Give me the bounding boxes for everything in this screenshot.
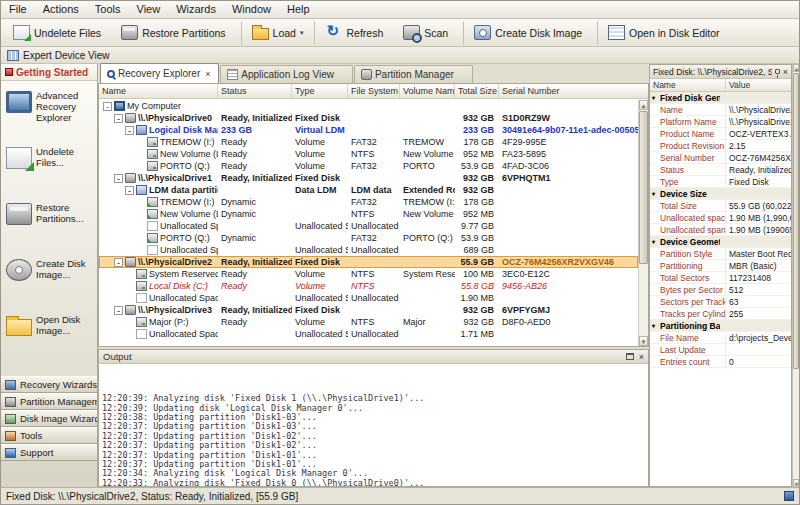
close-tab-icon[interactable]: × [205,69,212,79]
table-row[interactable]: - Logical Disk Manager 0 233 GB Virtual … [99,124,638,136]
menu-item[interactable]: Wizards [168,1,224,18]
column-header[interactable]: File System [348,84,400,98]
menu-item[interactable]: Help [279,1,318,18]
close-panel-icon[interactable]: × [639,352,644,362]
table-row[interactable]: Local Disk (C:) Ready Volume NTFS 55.8 G… [99,280,638,292]
property-row[interactable]: Name \\.\PhysicalDrive2 [650,104,791,116]
sidebar-header[interactable]: Getting Started [1,64,97,81]
table-row[interactable]: Unallocated Space Unallocated Space Unal… [99,292,638,304]
scroll-up-icon[interactable]: ▲ [639,100,648,110]
tab[interactable]: Partition Manager [354,65,473,83]
table-row[interactable]: Major (P:) Ready Volume NTFS Major 932 G… [99,316,638,328]
property-row[interactable]: Tracks per Cylinder 255 [650,308,791,320]
property-row[interactable]: Bytes per Sector 512 [650,284,791,296]
table-row[interactable]: Unallocated Space Unallocated Space Unal… [99,220,638,232]
property-row[interactable]: ▾ Device Size [650,188,791,200]
status-tray-icon[interactable] [784,491,794,501]
table-row[interactable]: - My Computer [99,100,638,112]
table-row[interactable]: New Volume (L:) Dynamic NTFS New Volume … [99,208,638,220]
column-header[interactable]: Value [726,79,791,91]
property-row[interactable]: Product Revision 2.15 [650,140,791,152]
table-row[interactable]: New Volume (L:) Ready Volume NTFS New Vo… [99,148,638,160]
float-panel-icon[interactable] [626,353,634,360]
table-row[interactable]: - \\.\PhysicalDrive1 Ready, Initialized … [99,172,638,184]
table-row[interactable]: PORTO (Q:) Dynamic FAT32 PORTO (Q:) 53.9… [99,232,638,244]
sidebar-section[interactable]: Recovery Wizards [1,376,97,393]
column-header[interactable]: Type [292,84,348,98]
table-row[interactable]: - \\.\PhysicalDrive2 Ready, Initialized … [99,256,638,268]
property-row[interactable]: Sectors per Track 63 [650,296,791,308]
table-row[interactable]: - \\.\PhysicalDrive0 Ready, Initialized … [99,112,638,124]
grid-scrollbar[interactable]: ▲ ▼ [638,100,648,346]
menu-item[interactable]: Actions [35,1,87,18]
tab[interactable]: Application Log View [220,65,353,83]
property-row[interactable]: Unallocated space 1.90 MB (1,990,656 b..… [650,212,791,224]
property-row[interactable]: ▾ Device Geometry [650,236,791,248]
property-row[interactable]: Total Sectors 117231408 [650,272,791,284]
column-header[interactable]: Serial Number [499,84,638,98]
property-row[interactable]: File Name d:\projects_Developm... [650,332,791,344]
toolbar-button[interactable]: Restore Partitions [113,21,237,45]
toolbar-button[interactable]: Refresh [314,21,395,45]
close-panel-icon[interactable]: × [783,67,788,77]
menu-item[interactable]: Window [224,1,279,18]
log-output[interactable]: 12:20:39: Analyzing disk 'Fixed Disk 1 (… [99,365,648,486]
tree-expander-icon[interactable]: - [114,258,123,267]
tree-expander-icon[interactable]: - [114,174,123,183]
sidebar-item[interactable]: Undelete Files... [1,137,97,193]
table-row[interactable]: Unallocated Space Unallocated Space Unal… [99,244,638,256]
property-row[interactable]: Unallocated span 1.90 MB (1990656) [650,224,791,236]
sidebar-item[interactable]: Restore Partitions... [1,193,97,249]
expert-view-toggle[interactable]: Expert Device View [23,50,110,61]
sidebar-item[interactable]: Advanced Recovery Explorer [1,81,97,137]
tree-expander-icon[interactable]: - [125,186,134,195]
table-row[interactable]: Unallocated Space Unallocated Space Unal… [99,328,638,340]
scroll-thumb[interactable] [639,111,648,264]
property-row[interactable]: ▾ Fixed Disk General [650,92,791,104]
pin-panel-icon[interactable] [775,69,780,74]
table-row[interactable]: TREMOW (I:) Ready Volume FAT32 TREMOW 17… [99,136,638,148]
table-row[interactable]: - \\.\PhysicalDrive3 Ready, Initialized … [99,304,638,316]
scroll-down-icon[interactable]: ▼ [793,479,799,487]
sidebar-section[interactable]: Disk Image Wizards [1,410,97,427]
scroll-down-icon[interactable]: ▼ [639,336,648,346]
column-header[interactable]: Total Size [455,84,499,98]
table-row[interactable]: PORTO (Q:) Ready Volume FAT32 PORTO 53.9… [99,160,638,172]
sidebar-section[interactable]: Tools [1,427,97,444]
tab[interactable]: Recovery Explorer × [100,63,219,83]
property-row[interactable]: Total Size 55.9 GB (60,022,480,8... [650,200,791,212]
scroll-up-icon[interactable]: ▲ [793,64,799,72]
tree-expander-icon[interactable]: - [125,126,134,135]
sidebar-item[interactable]: Create Disk Image... [1,249,97,305]
toolbar-button[interactable]: Undelete Files [5,21,113,45]
property-row[interactable]: Partitioning MBR (Basic) [650,260,791,272]
column-header[interactable]: Name [650,79,726,91]
property-row[interactable]: Serial Number OCZ-76M4256XR2VX... [650,152,791,164]
menu-item[interactable]: View [129,1,169,18]
toolbar-button[interactable]: Open in Disk Editor [597,21,731,45]
column-header[interactable]: Status [218,84,292,98]
toolbar-button[interactable]: Create Disk Image [463,21,594,45]
property-row[interactable]: Type Fixed Disk [650,176,791,188]
toolbar-button[interactable]: Scan [395,21,460,45]
column-header[interactable]: Volume Name [400,84,455,98]
properties-scrollbar[interactable]: ▲ ▼ [792,64,799,487]
tree-expander-icon[interactable]: - [114,306,123,315]
sidebar-section[interactable]: Partition Management [1,393,97,410]
sidebar-section[interactable]: Support [1,444,97,461]
property-row[interactable]: Entries count 0 [650,356,791,368]
menu-item[interactable]: Tools [87,1,129,18]
toolbar-button[interactable]: Load ▾ [241,21,312,45]
property-row[interactable]: Status Ready, Initialized [650,164,791,176]
property-row[interactable]: Partition Style Master Boot Record [650,248,791,260]
menu-item[interactable]: File [1,1,35,18]
table-row[interactable]: - LDM data partition Data LDM LDM data E… [99,184,638,196]
table-row[interactable]: TREMOW (I:) Dynamic FAT32 TREMOW (I:) 17… [99,196,638,208]
scroll-thumb[interactable] [793,73,799,369]
property-row[interactable]: Platform Name \\.\PhysicalDrive2 [650,116,791,128]
tree-expander-icon[interactable]: - [114,114,123,123]
tree-expander-icon[interactable]: - [103,102,112,111]
column-header[interactable]: Name [99,84,218,98]
sidebar-item[interactable]: Open Disk Image... [1,305,97,361]
property-row[interactable]: ▾ Partitioning Backup [650,320,791,332]
